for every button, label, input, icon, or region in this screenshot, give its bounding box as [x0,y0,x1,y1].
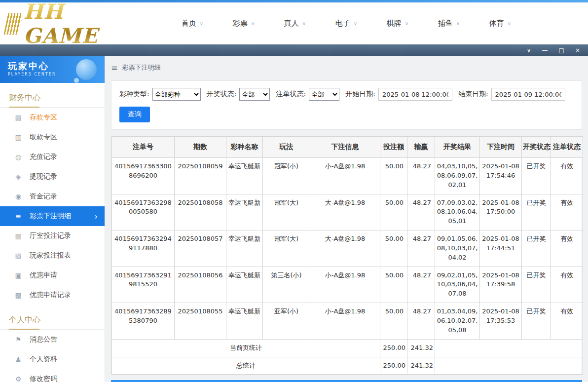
app-window: HH GAME 首页 ∨ 彩票 ∨ 真人 ∨ 电子 ∨ 棋牌 ∨ [0,0,588,382]
chevron-down-icon: ∨ [405,21,408,26]
gear-icon: ⚙ [14,375,23,382]
summary-bet-total: 250.00 [380,339,407,357]
search-button[interactable]: 查询 [119,107,150,122]
cell-play-type: 冠军(小) [263,158,310,194]
sidebar-item-label: 充值记录 [30,153,57,161]
sidebar-item-promo-application[interactable]: ▣ 优惠申请 [0,266,105,285]
col-header-play-type: 玩法 [263,137,310,158]
cell-draw-result: 09,01,05,06,08,10,03,07,04,02 [435,230,480,267]
withdrawal-record-icon: ◈ [14,173,23,181]
sidebar-item-withdrawal-records[interactable]: ◈ 提现记录 [0,167,105,187]
draw-status-select[interactable]: 全部 [239,88,270,101]
nav-item-fishing[interactable]: 捕鱼 ∨ [423,19,475,28]
nav-item-label: 首页 [182,19,196,28]
sidebar-item-label: 优惠申请 [30,271,57,280]
cell-draw-status: 已开奖 [522,230,551,267]
chevron-down-icon: ∨ [251,21,255,26]
sidebar-item-label: 个人资料 [30,355,57,364]
sidebar-item-label: 消息公告 [30,335,57,344]
nav-item-live[interactable]: 真人 ∨ [269,19,321,28]
sidebar-item-player-bet-report[interactable]: ▧ 玩家投注报表 [0,246,105,266]
logo-text: HH GAME [24,0,144,48]
nav-item-lottery[interactable]: 彩票 ∨ [218,19,269,28]
sidebar-item-deposit-zone[interactable]: ▤ 存款专区 [0,108,105,127]
start-date-input[interactable] [378,88,452,101]
chevron-down-icon: ∨ [302,21,306,26]
window-minimize-icon[interactable]: — [542,47,548,53]
cell-order-id: 401569173632949117880 [112,230,175,267]
cell-issue-number: 20250108055 [175,303,226,340]
order-status-select[interactable]: 全部 [309,88,339,101]
nav-item-label: 体育 [489,19,504,28]
cell-draw-result: 01,03,04,09,06,10,02,07,05,08 [435,303,480,340]
table-row: 401569173632919815520 20250108056 幸运飞艇新 … [112,267,583,303]
chevron-down-icon: ∨ [354,21,357,26]
sidebar-item-recharge-records[interactable]: ◍ 充值记录 [0,147,105,167]
summary-empty [435,339,583,357]
pagination-bar[interactable] [111,380,582,382]
col-header-lottery-name: 彩种名称 [226,137,263,158]
sidebar-item-lottery-bet-details[interactable]: ≡ 彩票下注明细 › [0,206,105,226]
sidebar-item-profile[interactable]: ♟ 个人资料 [0,349,105,369]
cell-win-loss: 48.27 [407,230,435,267]
cell-lottery-name: 幸运飞艇新 [226,303,263,340]
announcement-bell-icon: ⚑ [14,336,23,344]
cell-draw-status: 已开奖 [522,158,551,194]
chevron-right-icon: › [95,212,98,221]
summary-label: 当前页统计 [112,339,380,357]
cell-order-status: 有效 [551,267,583,303]
bet-details-table: 注单号 期数 彩种名称 玩法 下注信息 投注额 输赢 开奖结果 下注时间 开奖状… [111,136,583,375]
breadcrumb: ≡ 彩票下注明细 [111,61,582,75]
cell-bet-amount: 50.00 [380,303,407,340]
nav-item-board-games[interactable]: 棋牌 ∨ [372,19,423,28]
cell-bet-time: 2025-01-08 17:35:53 [480,303,522,340]
sidebar-item-label: 优惠申请记录 [30,291,71,300]
profile-person-icon: ♟ [14,355,23,363]
cell-order-status: 有效 [551,194,583,230]
sidebar-item-funds-records[interactable]: ◉ 资金记录 [0,187,105,206]
cell-issue-number: 20250108057 [175,230,226,267]
window-close-icon[interactable]: × [575,47,580,53]
cell-issue-number: 20250108059 [175,158,226,194]
sidebar-item-promo-application-records[interactable]: ▩ 优惠申请记录 [0,285,105,305]
col-header-order-status: 注单状态 [551,137,583,158]
nav-item-sports[interactable]: 体育 ∨ [475,19,526,28]
site-header: HH GAME 首页 ∨ 彩票 ∨ 真人 ∨ 电子 ∨ 棋牌 ∨ [0,2,588,44]
cell-order-status: 有效 [551,158,583,194]
cell-order-id: 401569173632980050580 [112,194,175,230]
nav-item-electronic[interactable]: 电子 ∨ [321,19,372,28]
col-header-order-id: 注单号 [112,137,175,158]
brand-logo[interactable]: HH GAME [6,0,144,48]
sidebar-item-announcements[interactable]: ⚑ 消息公告 [0,330,105,349]
window-maximize-icon[interactable]: □ [559,47,564,53]
sidebar-item-hall-bet-records[interactable]: ▦ 厅室投注记录 [0,226,105,246]
cell-order-id: 401569173633008696200 [112,158,175,194]
end-date-label: 结束日期: [458,90,488,99]
table-row: 401569173632980050580 20250108058 幸运飞艇新 … [112,194,583,230]
col-header-win-loss: 输赢 [407,137,435,158]
chevron-down-icon: ∨ [508,21,511,26]
promo-apply-icon: ▣ [14,271,23,279]
nav-item-home[interactable]: 首页 ∨ [167,19,218,28]
cell-draw-status: 已开奖 [522,194,551,230]
cell-bet-amount: 50.00 [380,267,407,303]
cell-draw-result: 04,03,10,05,08,06,09,07,02,01 [435,158,480,194]
deposit-icon: ▤ [14,114,23,121]
order-status-label: 注单状态: [276,90,306,99]
sidebar-item-withdraw-zone[interactable]: ▥ 取款专区 [0,127,105,147]
lottery-type-select[interactable]: 全部彩种 [152,88,201,101]
cell-bet-info: 小-A盘@1.98 [310,303,380,340]
window-collapse-icon[interactable]: ∨ [527,47,531,53]
end-date-input[interactable] [491,88,565,101]
cell-draw-result: 09,02,01,05,10,03,06,04,07,08 [435,267,480,303]
summary-row-current-page: 当前页统计 250.00 241.32 [112,339,583,357]
draw-status-label: 开奖状态: [207,90,237,99]
cell-play-type: 亚军(小) [263,303,310,340]
summary-label: 总统计 [112,357,380,375]
hamburger-menu-icon[interactable]: ≡ [111,63,117,73]
sidebar-item-label: 存款专区 [30,113,57,122]
sidebar-item-change-password[interactable]: ⚙ 修改密码 [0,369,105,382]
col-header-bet-amount: 投注额 [380,137,407,158]
withdraw-icon: ▥ [14,133,23,141]
chevron-down-icon: ∨ [200,21,203,26]
